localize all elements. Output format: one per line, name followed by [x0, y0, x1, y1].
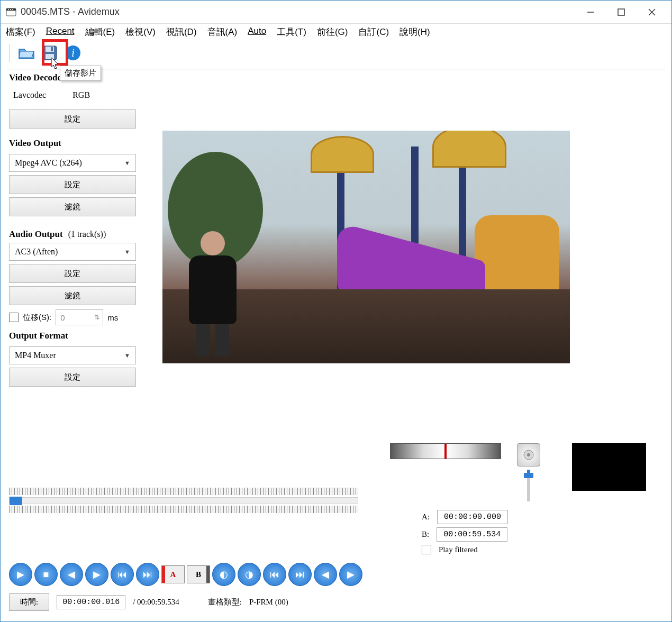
stop-button[interactable]: ■: [34, 563, 58, 586]
jog-wheel[interactable]: [390, 443, 501, 459]
video-decoder-info: Lavcodec RGB: [9, 88, 147, 106]
set-marker-a-button[interactable]: A: [161, 565, 185, 583]
timeline-playhead[interactable]: [10, 497, 22, 505]
svg-point-3: [10, 9, 11, 10]
marker-a-label: A:: [422, 513, 430, 522]
tooltip-save-video: 儲存影片: [60, 66, 101, 81]
window-controls: [575, 1, 667, 24]
preview-thumbnail: [572, 443, 646, 491]
svg-text:i: i: [71, 47, 75, 59]
menu-recent-label: Recent: [46, 26, 75, 36]
set-marker-b-button[interactable]: B: [187, 565, 210, 583]
menu-custom[interactable]: 自訂(C): [358, 26, 389, 38]
menu-video[interactable]: 視訊(D): [166, 26, 197, 38]
audio-shift-row: 位移(S): 0 ms: [9, 309, 147, 325]
output-format-setup-button[interactable]: 設定: [9, 368, 136, 387]
timeline[interactable]: [9, 488, 358, 513]
marker-b-time: 00:00:59.534: [437, 527, 507, 542]
ab-panel: A: 00:00:00.000 B: 00:00:59.534 Play fil…: [422, 507, 646, 557]
menu-auto[interactable]: Auto: [248, 26, 266, 38]
app-icon: [6, 7, 16, 17]
current-time-input[interactable]: 00:00:00.016: [57, 595, 125, 609]
minimize-button[interactable]: [575, 1, 606, 24]
audio-shift-unit: ms: [107, 313, 118, 322]
timeline-row: A: 00:00:00.000 B: 00:00:59.534 Play fil…: [9, 443, 663, 557]
decoder-colorspace: RGB: [72, 90, 90, 100]
video-output-codec-select[interactable]: Mpeg4 AVC (x264): [9, 154, 136, 172]
prev-black-frame-button[interactable]: ◐: [212, 563, 235, 586]
next-frame-button[interactable]: ▶: [85, 563, 108, 586]
preview-area: [162, 72, 663, 439]
menu-view[interactable]: 檢視(V): [125, 26, 156, 38]
volume-control: [517, 443, 540, 501]
toolbar: i 儲存影片: [1, 40, 671, 68]
play-filtered-label: Play filtered: [439, 545, 478, 554]
output-format-label: Output Format: [9, 331, 147, 341]
frame-type-label: 畫格類型:: [208, 597, 242, 607]
time-info-row: 時間: 00:00:00.016 / 00:00:59.534 畫格類型: P-…: [9, 593, 663, 611]
menu-help[interactable]: 說明(H): [399, 26, 430, 38]
svg-point-4: [12, 9, 13, 10]
svg-rect-6: [618, 9, 624, 15]
volume-knob[interactable]: [517, 443, 540, 466]
open-file-button[interactable]: [16, 42, 37, 63]
app-window: 00045.MTS - Avidemux 檔案(F) Recent 編輯(E) …: [0, 0, 672, 622]
info-button[interactable]: i: [62, 42, 84, 63]
svg-point-2: [8, 9, 9, 10]
menu-file[interactable]: 檔案(F): [6, 26, 35, 38]
audio-track-count: (1 track(s)): [68, 230, 106, 239]
prev-frame-button[interactable]: ◀: [60, 563, 83, 586]
goto-marker-b-button[interactable]: ▶: [339, 563, 362, 586]
audio-output-setup-button[interactable]: 設定: [9, 264, 136, 283]
video-output-filter-button[interactable]: 濾鏡: [9, 197, 136, 216]
audio-shift-input[interactable]: 0: [56, 309, 103, 325]
total-time: / 00:00:59.534: [133, 598, 179, 607]
menubar: 檔案(F) Recent 編輯(E) 檢視(V) 視訊(D) 音訊(A) Aut…: [1, 24, 671, 40]
toolbar-separator: [7, 69, 665, 69]
audio-shift-label: 位移(S):: [23, 313, 51, 323]
volume-slider-thumb[interactable]: [524, 473, 533, 478]
menu-auto-label: Auto: [248, 26, 266, 36]
video-decoder-setup-button[interactable]: 設定: [9, 109, 136, 129]
goto-start-button[interactable]: ⏮: [263, 563, 286, 586]
play-filtered-checkbox[interactable]: [422, 545, 431, 554]
marker-a-time: 00:00:00.000: [437, 510, 508, 524]
audio-output-label: Audio Output: [9, 229, 63, 239]
decoder-codec: Lavcodec: [13, 90, 46, 100]
menu-recent[interactable]: Recent: [46, 26, 75, 38]
menu-tools[interactable]: 工具(T): [277, 26, 306, 38]
svg-rect-11: [46, 54, 54, 59]
output-format-select[interactable]: MP4 Muxer: [9, 346, 136, 364]
audio-shift-checkbox[interactable]: [9, 313, 19, 322]
audio-output-filter-button[interactable]: 濾鏡: [9, 286, 136, 305]
audio-output-codec-select[interactable]: AC3 (Aften): [9, 243, 136, 261]
window-title: 00045.MTS - Avidemux: [21, 6, 120, 17]
next-keyframe-button[interactable]: ⏭: [136, 563, 159, 586]
main-content: Video Decoder Lavcodec RGB 設定 Video Outp…: [1, 72, 671, 439]
play-button[interactable]: ▶: [9, 563, 32, 586]
frame-type-value: P-FRM (00): [249, 598, 288, 607]
menu-edit[interactable]: 編輯(E): [85, 26, 115, 38]
menu-audio[interactable]: 音訊(A): [207, 26, 238, 38]
prev-keyframe-button[interactable]: ⏮: [111, 563, 134, 586]
svg-rect-12: [51, 47, 53, 51]
video-output-label: Video Output: [9, 138, 147, 149]
video-preview[interactable]: [162, 131, 570, 363]
video-output-setup-button[interactable]: 設定: [9, 175, 136, 194]
sidebar: Video Decoder Lavcodec RGB 設定 Video Outp…: [9, 72, 147, 439]
toolbar-divider: [9, 44, 10, 62]
time-button[interactable]: 時間:: [9, 593, 49, 611]
titlebar: 00045.MTS - Avidemux: [1, 1, 671, 24]
bottom-panel: A: 00:00:00.000 B: 00:00:59.534 Play fil…: [1, 439, 671, 621]
maximize-button[interactable]: [606, 1, 637, 24]
marker-b-label: B:: [422, 530, 429, 539]
playback-controls: ▶ ■ ◀ ▶ ⏮ ⏭ A B ◐ ◑ ⏮ ⏭ ◀ ▶: [9, 563, 663, 586]
goto-end-button[interactable]: ⏭: [288, 563, 312, 586]
menu-go[interactable]: 前往(G): [317, 26, 348, 38]
goto-marker-a-button[interactable]: ◀: [314, 563, 337, 586]
save-video-button[interactable]: [39, 42, 60, 63]
next-black-frame-button[interactable]: ◑: [238, 563, 261, 586]
close-button[interactable]: [637, 1, 667, 24]
svg-point-16: [527, 453, 530, 456]
